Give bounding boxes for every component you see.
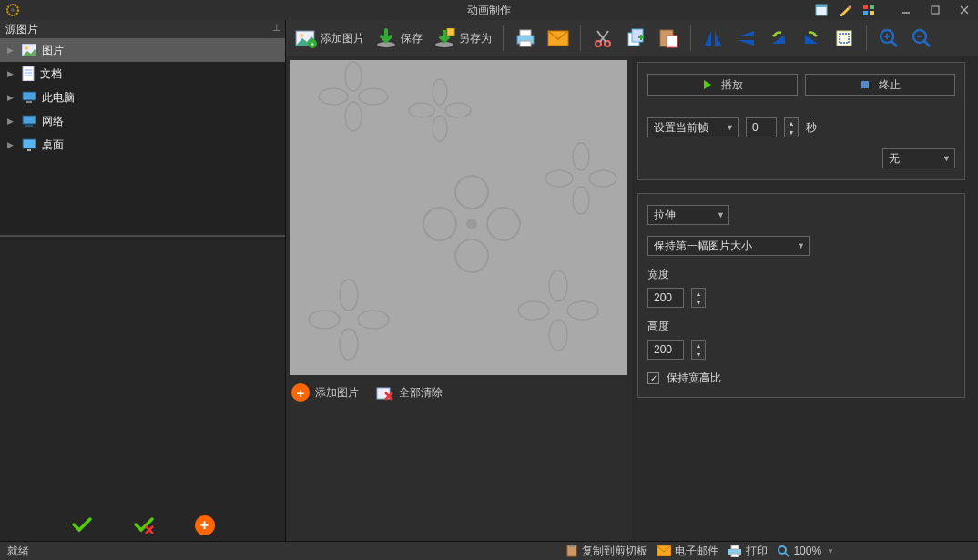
- zoom-out-button[interactable]: [907, 24, 936, 53]
- expander-icon[interactable]: ▶: [7, 93, 16, 102]
- zoom-in-button[interactable]: [874, 24, 903, 53]
- expander-icon[interactable]: ▶: [7, 117, 16, 126]
- network-icon: [22, 115, 36, 127]
- image-icon: [22, 44, 36, 56]
- stop-button[interactable]: 终止: [805, 74, 955, 96]
- print-button[interactable]: [511, 24, 540, 53]
- tree-item-desktop[interactable]: ▶ 桌面: [0, 133, 285, 157]
- svg-rect-3: [816, 5, 827, 7]
- svg-rect-40: [667, 36, 677, 47]
- crop-button[interactable]: [830, 24, 859, 53]
- height-input[interactable]: 200: [647, 340, 684, 360]
- copy-button[interactable]: [621, 24, 650, 53]
- height-label: 高度: [647, 319, 955, 334]
- select-value: 保持第一幅图片大小: [654, 239, 752, 254]
- clipboard-icon: [565, 545, 578, 557]
- zoom-out-icon: [911, 27, 932, 49]
- play-button[interactable]: 播放: [647, 74, 798, 96]
- expander-icon[interactable]: ▶: [7, 46, 16, 55]
- tree-item-label: 文档: [40, 66, 62, 82]
- frame-spinner[interactable]: ▲▼: [784, 117, 799, 137]
- status-email[interactable]: 电子邮件: [657, 544, 718, 559]
- minimize-button[interactable]: [892, 0, 920, 20]
- frame-clear-all-button[interactable]: 全部清除: [375, 384, 443, 401]
- svg-point-72: [573, 187, 589, 214]
- pencil-icon[interactable]: [834, 1, 856, 19]
- maximize-button[interactable]: [922, 0, 949, 20]
- svg-rect-19: [26, 101, 32, 103]
- svg-point-65: [309, 311, 340, 329]
- mail-icon: [657, 545, 671, 556]
- note-icon[interactable]: [810, 1, 832, 19]
- scissors-icon: [592, 27, 614, 49]
- frame-add-image-button[interactable]: + 添加图片: [291, 383, 359, 402]
- chevron-down-icon[interactable]: ▼: [827, 547, 834, 555]
- svg-point-55: [345, 62, 362, 91]
- set-frame-select[interactable]: 设置当前帧▼: [647, 117, 739, 137]
- status-print[interactable]: 打印: [728, 544, 768, 559]
- height-spinner[interactable]: ▲▼: [691, 340, 706, 360]
- rotate-right-button[interactable]: [797, 24, 826, 53]
- button-label: 终止: [879, 77, 901, 93]
- save-button[interactable]: 保存: [372, 24, 426, 53]
- svg-rect-20: [23, 116, 36, 124]
- expander-icon[interactable]: ▶: [7, 69, 16, 78]
- printer-icon: [514, 27, 536, 49]
- status-label: 打印: [746, 544, 768, 559]
- svg-point-56: [345, 102, 362, 131]
- tree-item-network[interactable]: ▶ 网络: [0, 109, 285, 133]
- confirm-icon[interactable]: [71, 515, 93, 535]
- svg-point-63: [340, 280, 358, 311]
- svg-point-54: [467, 219, 476, 229]
- svg-point-64: [340, 329, 358, 360]
- status-clipboard[interactable]: 复制到剪切板: [565, 544, 647, 559]
- stretch-select[interactable]: 拉伸▼: [647, 205, 729, 225]
- width-spinner[interactable]: ▲▼: [691, 288, 706, 308]
- svg-point-62: [445, 103, 471, 117]
- close-button[interactable]: [951, 0, 978, 20]
- svg-line-84: [785, 553, 789, 556]
- save-as-button[interactable]: 另存为: [430, 24, 495, 53]
- tree-item-images[interactable]: ▶ 图片: [0, 38, 285, 62]
- confirm-remove-icon[interactable]: [133, 515, 155, 535]
- width-input[interactable]: 200: [647, 288, 684, 308]
- tree-item-documents[interactable]: ▶ 文档: [0, 62, 285, 86]
- pin-icon[interactable]: ⊥: [272, 22, 281, 34]
- color-grid-icon[interactable]: [858, 1, 880, 19]
- status-zoom[interactable]: 100% ▼: [777, 545, 834, 557]
- preview-canvas: [290, 60, 627, 375]
- svg-point-51: [455, 239, 488, 272]
- svg-rect-23: [27, 149, 31, 151]
- email-button[interactable]: [544, 24, 573, 53]
- svg-point-71: [573, 143, 589, 170]
- select-value: 拉伸: [654, 208, 676, 223]
- svg-point-57: [319, 88, 348, 105]
- rotate-left-button[interactable]: [764, 24, 793, 53]
- source-panel-header: 源图片 ⊥: [0, 20, 285, 38]
- zoom-in-icon: [878, 27, 900, 49]
- size-panel: 拉伸▼ 保持第一幅图片大小▼ 宽度 200 ▲▼: [637, 193, 965, 398]
- svg-point-66: [358, 311, 389, 329]
- cut-button[interactable]: [588, 24, 617, 53]
- transition-select[interactable]: 无▼: [882, 148, 955, 168]
- frames-area: [286, 406, 632, 541]
- flip-h-button[interactable]: [698, 24, 728, 53]
- keep-ratio-checkbox[interactable]: ✓: [647, 372, 659, 384]
- svg-point-69: [518, 301, 549, 320]
- frame-number-input[interactable]: 0: [746, 117, 777, 137]
- tree-item-computer[interactable]: ▶ 此电脑: [0, 86, 285, 109]
- svg-rect-6: [863, 11, 868, 15]
- source-tree[interactable]: ▶ 图片 ▶ 文档 ▶ 此电脑 ▶ 网络 ▶ 桌面: [0, 38, 285, 237]
- select-value: 设置当前帧: [654, 120, 708, 136]
- svg-point-73: [545, 170, 573, 187]
- save-as-icon: [433, 27, 455, 49]
- button-label: 全部清除: [399, 385, 443, 401]
- add-image-button[interactable]: + 添加图片: [291, 24, 368, 53]
- add-circle-icon[interactable]: +: [195, 515, 215, 535]
- expander-icon[interactable]: ▶: [7, 140, 16, 149]
- flip-v-button[interactable]: [731, 24, 760, 53]
- paste-button[interactable]: [654, 24, 683, 53]
- input-value: 200: [654, 291, 672, 304]
- status-label: 100%: [793, 545, 821, 557]
- keep-first-select[interactable]: 保持第一幅图片大小▼: [647, 236, 810, 256]
